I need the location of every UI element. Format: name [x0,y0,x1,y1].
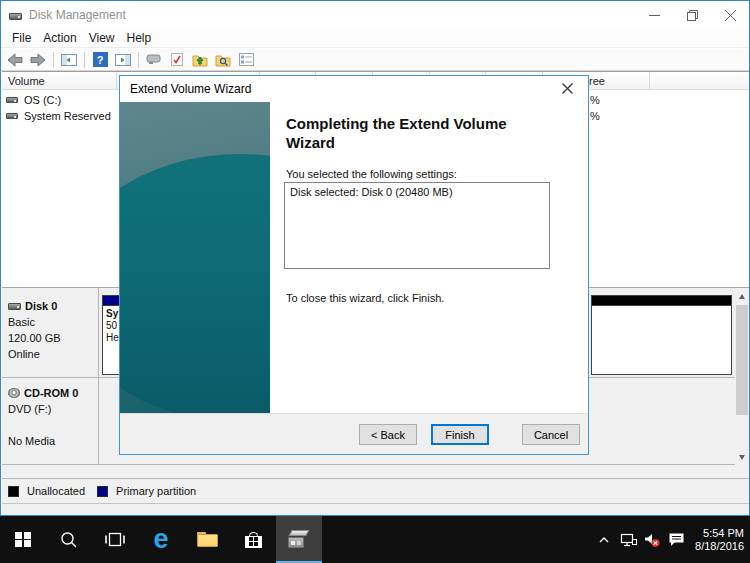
system-tray: 5:54 PM 8/18/2016 [592,516,750,563]
popup-menu-button[interactable] [144,50,164,69]
file-explorer-button[interactable] [184,516,230,563]
disk0-status: Online [8,346,61,362]
back-arrow-icon [7,53,23,67]
cancel-button[interactable]: Cancel [522,424,580,445]
cdrom-label-panel[interactable]: CD-ROM 0 DVD (F:) No Media [8,385,78,449]
wizard-title: Extend Volume Wizard [130,82,251,96]
volume-row-system-reserved[interactable]: System Reserved [2,108,111,124]
partition-text-clipped: He [106,332,117,344]
volume-muted-tray-button[interactable] [640,516,664,563]
store-bag-icon [245,532,262,548]
scroll-up-icon[interactable] [739,294,745,299]
clock-date: 8/18/2016 [688,540,744,553]
back-button[interactable] [5,50,25,69]
titlebar: Disk Management [1,1,749,29]
task-view-icon [105,532,125,547]
show-console-tree-button[interactable] [59,50,79,69]
tray-chevron-button[interactable] [592,516,616,563]
menu-view[interactable]: View [83,31,121,45]
check-document-icon [170,52,184,67]
task-view-button[interactable] [92,516,138,563]
wizard-watermark-art [120,102,270,414]
disk0-kind: Basic [8,314,61,330]
free-percent-clipped: % [590,94,600,106]
restore-button[interactable] [673,1,711,29]
export-folder-button[interactable] [190,50,210,69]
volume-row-os-c[interactable]: OS (C:) [2,92,61,108]
windows-logo-icon [15,532,31,548]
cd-icon [8,388,20,398]
primary-partition-swatch [97,486,108,497]
toolbar: ? [1,49,749,71]
help-icon: ? [93,52,108,67]
store-button[interactable] [230,516,276,563]
legend-primary-label: Primary partition [116,485,196,497]
cdrom-status: No Media [8,433,78,449]
speaker-muted-icon [643,532,661,548]
help-button[interactable]: ? [90,50,110,69]
disk-management-icon [287,530,311,549]
search-folder-button[interactable] [213,50,233,69]
search-button[interactable] [46,516,92,563]
network-icon [620,533,637,547]
extend-volume-wizard-dialog: Extend Volume Wizard Completing the Exte… [119,75,589,455]
disk-management-taskbar-button[interactable] [276,516,322,563]
folder-up-icon [192,53,208,67]
partition-text-clipped: Sy [106,308,117,320]
network-tray-button[interactable] [616,516,640,563]
folder-search-icon [215,53,231,67]
action-center-button[interactable] [664,516,688,563]
edge-icon: e [153,526,168,553]
selected-settings-list[interactable]: Disk selected: Disk 0 (20480 MB) [284,182,550,269]
console-tree-icon [61,53,77,67]
back-button[interactable]: < Back [359,424,417,445]
popup-icon [146,53,162,66]
wizard-heading: Completing the Extend Volume Wizard [286,114,558,152]
restore-icon [687,10,698,21]
window-title: Disk Management [29,8,126,22]
disk0-name: Disk 0 [25,298,57,314]
scroll-down-icon[interactable] [739,455,745,460]
legend-unallocated-label: Unallocated [27,485,85,497]
free-percent-clipped: % [590,110,600,122]
close-button[interactable] [711,1,749,29]
finish-note: To close this wizard, click Finish. [286,292,444,304]
finish-button[interactable]: Finish [431,424,489,445]
disk-icon [8,303,21,310]
partition-unallocated-clipped[interactable] [591,295,732,375]
menu-action[interactable]: Action [37,31,82,45]
taskbar-clock[interactable]: 5:54 PM 8/18/2016 [688,527,750,553]
minimize-button[interactable] [635,1,673,29]
start-button[interactable] [0,516,46,563]
disk-management-app-icon [9,10,23,21]
wizard-titlebar: Extend Volume Wizard [120,76,588,102]
clock-time: 5:54 PM [688,527,744,540]
show-action-pane-button[interactable] [113,50,133,69]
properties-icon [239,53,254,66]
primary-partition-bar [103,296,120,306]
status-strip [2,504,749,515]
properties-button[interactable] [236,50,256,69]
close-icon [725,10,736,21]
forward-button[interactable] [28,50,48,69]
wizard-close-button[interactable] [552,77,582,100]
folder-icon [197,532,218,547]
edge-button[interactable]: e [138,516,184,563]
scrollbar-thumb[interactable] [736,305,748,415]
partition-text-clipped: 50 [106,320,117,332]
settings-label: You selected the following settings: [286,168,457,180]
menu-bar: File Action View Help [1,29,749,48]
vertical-scrollbar[interactable] [735,289,749,465]
wizard-footer: < Back Finish Cancel [120,413,588,454]
volume-row-label: System Reserved [24,110,111,122]
taskbar: e [0,516,750,563]
check-list-button[interactable] [167,50,187,69]
menu-help[interactable]: Help [121,31,158,45]
column-header-volume[interactable]: Volume [8,75,45,87]
close-icon [562,83,573,94]
unallocated-bar [592,296,731,306]
disk0-label-panel[interactable]: Disk 0 Basic 120.00 GB Online [8,298,61,362]
search-icon [60,531,78,549]
menu-file[interactable]: File [6,31,37,45]
column-header-free-clipped[interactable]: ree [589,75,605,87]
